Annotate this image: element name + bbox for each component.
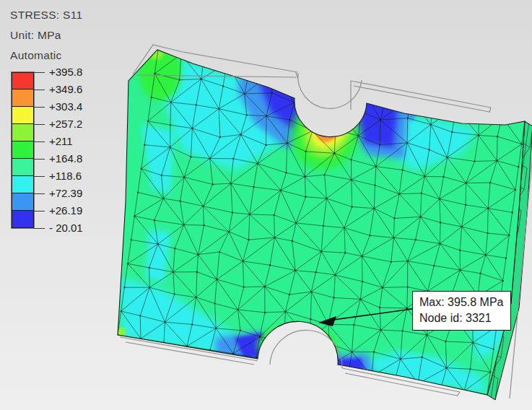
legend-tick-label: +72.39: [49, 187, 82, 199]
legend-band: [12, 72, 34, 90]
node-id-label: Node id: 3321: [419, 310, 504, 326]
legend-tick-label: - 20.01: [49, 222, 83, 234]
unit-label: Unit: MPa: [10, 25, 82, 45]
legend-tick-label: +118.6: [49, 170, 82, 182]
legend-tick: [34, 176, 45, 177]
legend-tick: [34, 124, 45, 125]
legend-tick: [34, 90, 45, 90]
legend-tick-label: +26.19: [49, 204, 82, 217]
legend-colorbar: [12, 72, 34, 228]
legend-tick-label: +257.2: [49, 118, 82, 130]
legend-band: [12, 159, 34, 176]
legend-band: [12, 176, 34, 193]
viewport: STRESS: S11 Unit: MPa Automatic +395.8+3…: [0, 0, 532, 410]
scale-mode-label: Automatic: [10, 45, 82, 66]
legend-tick-label: +211: [49, 135, 73, 147]
legend-tick-label: +164.8: [49, 152, 82, 165]
legend-band: [12, 107, 34, 124]
legend-tick-label: +395.8: [49, 66, 82, 78]
max-value-label: Max: 395.8 MPa: [419, 295, 504, 310]
legend-tick: [34, 72, 45, 73]
legend-tick: [34, 159, 45, 160]
legend-tick: [34, 107, 45, 108]
legend-tick-label: +303.4: [49, 100, 82, 113]
legend-tick: [34, 211, 45, 211]
legend-band: [12, 141, 34, 159]
stress-component-label: STRESS: S11: [10, 5, 82, 25]
legend-tick: [34, 141, 45, 142]
max-annotation: Max: 395.8 MPa Node id: 3321: [412, 291, 511, 331]
legend-band: [12, 193, 34, 211]
result-info: STRESS: S11 Unit: MPa Automatic: [10, 5, 82, 66]
legend-tick: [34, 193, 45, 194]
legend-tick: [34, 228, 45, 229]
legend-band: [12, 90, 34, 107]
legend-band: [12, 124, 34, 141]
legend-tick-label: +349.6: [49, 83, 82, 95]
legend-band: [12, 211, 34, 228]
